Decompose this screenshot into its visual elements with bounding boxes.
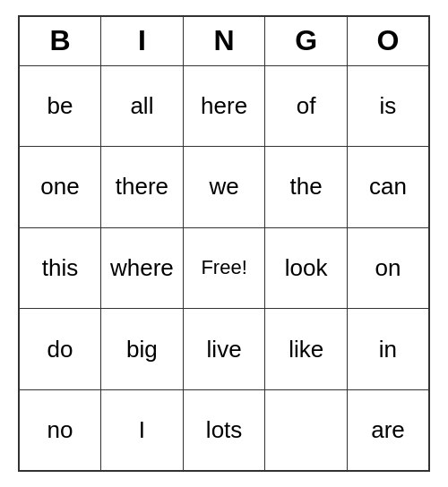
bingo-cell-2-1: where bbox=[101, 227, 184, 309]
bingo-cell-0-0: be bbox=[19, 65, 101, 147]
bingo-cell-3-4: in bbox=[347, 309, 429, 390]
header-cell-b: B bbox=[19, 16, 101, 65]
bingo-cell-2-3: look bbox=[265, 227, 348, 309]
bingo-row-2: thiswhereFree!lookon bbox=[19, 227, 429, 309]
bingo-cell-0-4: is bbox=[347, 65, 429, 147]
bingo-cell-0-2: here bbox=[183, 65, 265, 147]
header-cell-i: I bbox=[101, 16, 184, 65]
bingo-cell-0-3: of bbox=[265, 65, 348, 147]
bingo-cell-1-4: can bbox=[347, 147, 429, 228]
bingo-cell-2-0: this bbox=[19, 227, 101, 309]
bingo-cell-4-3 bbox=[265, 389, 348, 471]
header-cell-n: N bbox=[183, 16, 265, 65]
bingo-cell-2-4: on bbox=[347, 227, 429, 309]
bingo-row-0: beallhereofis bbox=[19, 65, 429, 147]
bingo-cell-3-2: live bbox=[183, 309, 265, 390]
header-cell-o: O bbox=[347, 16, 429, 65]
bingo-cell-1-0: one bbox=[19, 147, 101, 228]
bingo-cell-4-1: I bbox=[101, 389, 184, 471]
bingo-cell-4-0: no bbox=[19, 389, 101, 471]
bingo-row-1: onetherewethecan bbox=[19, 147, 429, 228]
bingo-row-4: noIlotsare bbox=[19, 389, 429, 471]
bingo-cell-0-1: all bbox=[101, 65, 184, 147]
bingo-card: BINGO beallhereofisonetherewethecanthisw… bbox=[18, 15, 430, 472]
header-cell-g: G bbox=[265, 16, 348, 65]
bingo-header-row: BINGO bbox=[19, 16, 429, 65]
bingo-row-3: dobiglivelikein bbox=[19, 309, 429, 390]
bingo-cell-3-3: like bbox=[265, 309, 348, 390]
bingo-cell-3-1: big bbox=[101, 309, 184, 390]
bingo-cell-4-2: lots bbox=[183, 389, 265, 471]
bingo-cell-1-3: the bbox=[265, 147, 348, 228]
bingo-cell-2-2: Free! bbox=[183, 227, 265, 309]
bingo-cell-4-4: are bbox=[347, 389, 429, 471]
bingo-cell-3-0: do bbox=[19, 309, 101, 390]
bingo-cell-1-2: we bbox=[183, 147, 265, 228]
bingo-cell-1-1: there bbox=[101, 147, 184, 228]
